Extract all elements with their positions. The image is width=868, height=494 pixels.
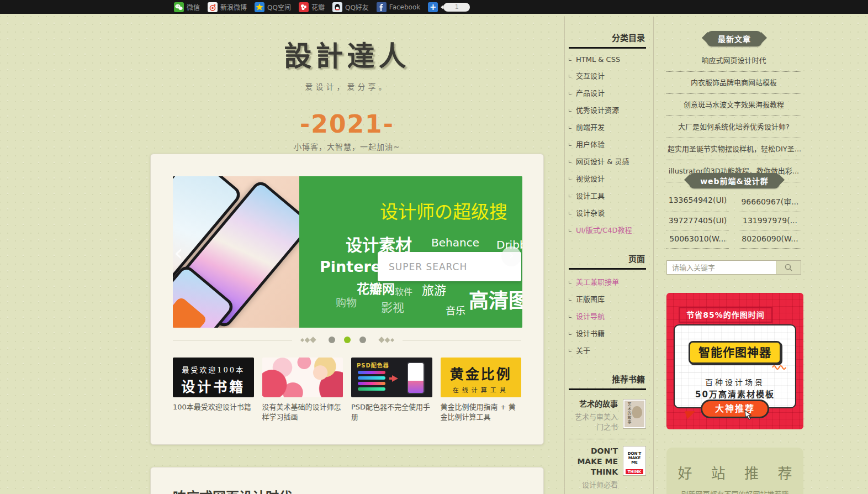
carousel-dot-3[interactable] [359,337,366,343]
arrow-bullet-icon [569,143,571,146]
page-item-highlight[interactable]: 设计导航 [569,307,646,324]
book-title[interactable]: 艺术的故事 [569,399,618,409]
divider-ornament [379,338,394,342]
article-link[interactable]: 超实用圣诞节实物摆设样机，轻松DIY圣... [666,138,801,160]
arrow-graphic [392,375,398,382]
carousel-dot-1[interactable] [329,337,335,343]
article-link[interactable]: 大厂是如何系统化培养优秀设计师? [666,116,801,138]
arrow-bullet-icon [569,92,571,94]
site-title[interactable]: 設計達人 [150,34,544,73]
category-item[interactable]: 前端开发 [569,118,646,135]
card-illustration: 没有美术基础的设计师怎样学习插画 [262,358,343,422]
card-cover[interactable]: PSD配色器 [351,358,432,397]
share-weibo[interactable]: 新浪微博 [208,2,247,12]
gradient-bar [358,387,385,391]
cover-title-line1: 黄金比例 [441,363,522,383]
paper-plane-decor [685,408,697,419]
year-banner-subtitle: 小博客，大智慧，一起加油~ [150,141,544,152]
share-huaban[interactable]: 花瓣 [299,2,325,12]
site-tagline: 爱设计，爱分享。 [150,81,544,92]
card-caption[interactable]: 黄金比例使用指南 + 黄金比例计算工具 [441,402,522,422]
arrow-bullet-icon [569,332,571,335]
qzone-icon [255,2,264,12]
category-item[interactable]: 视觉设计 [569,170,646,187]
arrow-bullet-icon [569,349,571,352]
slide-search-input[interactable] [378,252,521,281]
qq-group-link[interactable]: 80206090(W... [739,230,801,249]
page-item-highlight[interactable]: 美工兼职接单 [569,273,646,290]
books-list: 艺术的故事 艺术与审美入门之书 艺术的故事 DON'T MAKE ME THIN… [569,392,646,494]
ad-cta-button[interactable]: 大神推荐 [701,400,769,418]
carousel-next-button[interactable]: › [501,246,521,266]
share-label: 微信 [187,2,200,12]
book-title[interactable]: DON'T MAKE ME THINK [569,446,618,477]
category-item[interactable]: 产品设计 [569,84,646,101]
book-item[interactable]: 艺术的故事 艺术与审美入门之书 艺术的故事 [569,392,646,439]
category-item-highlight[interactable]: UI/版式/C4D教程 [569,221,646,238]
category-item[interactable]: 设计工具 [569,187,646,204]
categories-title: 分类目录 [569,31,646,49]
gradient-bar [358,382,385,385]
qq-group-link[interactable]: 96660967(审... [739,192,801,212]
ad-banner[interactable]: 节省85%的作图时间 智能作图神器 百种设计场景 50万高清素材模板 大神推荐 [666,293,803,429]
page-item[interactable]: 设计书籍 [569,324,646,341]
search-button[interactable] [776,261,801,274]
article-link[interactable]: 创意斑马水波文字效果海报教程 [666,94,801,116]
qq-groups-header: web前端&设计群 [660,173,809,188]
weibo-icon [208,2,218,12]
category-item[interactable]: 交互设计 [569,67,646,84]
share-qzone[interactable]: QQ空间 [255,2,291,12]
search-input[interactable] [667,261,776,274]
site-recommend-card[interactable]: 好 站 推 荐 刷新网页都有不同的好网站推荐哦 [666,448,803,494]
article-panel: 响应式网页设计时代 [150,467,544,494]
card-caption[interactable]: 100本最受欢迎设计书籍 [173,402,254,412]
arrow-bullet-icon [569,160,571,163]
book-cover[interactable]: 艺术的故事 [623,399,646,429]
site-recommend-subtitle: 刷新网页都有不同的好网站推荐哦 [666,488,803,494]
share-label: QQ好友 [345,2,369,12]
column-divider [653,17,654,494]
page-item[interactable]: 正版图库 [569,290,646,307]
slide-tag: 购物 [336,295,357,309]
arrow-bullet-icon [569,298,571,301]
qq-group-link[interactable]: 131997979(... [739,212,801,230]
pages-title: 页面 [569,253,646,270]
card-psd-color: PSD配色器 PSD配色器不完全使用手册 [351,358,432,422]
card-cover[interactable]: 最受欢迎100本 设计书籍 [173,358,254,397]
book-cover[interactable]: DON'T MAKE METHINK [623,446,646,476]
year-banner: -2021- [150,110,544,138]
wechat-icon [174,2,184,12]
column-divider [564,17,565,494]
card-caption[interactable]: PSD配色器不完全使用手册 [351,402,432,422]
card-cover-illustration[interactable] [262,358,343,397]
share-facebook[interactable]: Facebook [377,2,420,12]
share-qqfriend[interactable]: QQ好友 [332,2,369,12]
category-item[interactable]: HTML & CSS [569,52,646,67]
qq-group-link[interactable]: 397277405(UI) [666,212,729,230]
page-item[interactable]: 关于 [569,341,646,359]
cover-title-line2: 设计书籍 [173,376,254,396]
qq-group-link[interactable]: 50063010(W... [666,230,729,249]
facebook-icon [377,2,387,12]
article-title[interactable]: 响应式网页设计时代 [173,486,292,494]
share-wechat[interactable]: 微信 [174,2,200,12]
slide-graphic[interactable]: 设计师の超级搜 设计素材 Behance Dribb Pinterest 花瓣网… [299,176,522,328]
category-item[interactable]: 网页设计 & 灵感 [569,153,646,170]
category-item[interactable]: 用户体验 [569,135,646,153]
card-caption[interactable]: 没有美术基础的设计师怎样学习插画 [262,402,343,422]
ad-line2: 50万高清素材模板 [675,388,795,400]
article-link[interactable]: 内衣服饰品牌电商网站模板 [666,72,801,94]
carousel-prev-button[interactable]: ‹ [174,241,183,265]
category-item[interactable]: 优秀设计资源 [569,101,646,118]
slide-tag: 软件 [395,285,412,298]
qq-group-link[interactable]: 133654942(UI) [666,192,729,212]
article-link[interactable]: 响应式网页设计时代 [666,50,801,72]
carousel-dot-2-active[interactable] [344,337,351,343]
add-share-button[interactable]: + [428,2,438,12]
site-header: 設計達人 爱设计，爱分享。 -2021- 小博客，大智慧，一起加油~ [150,14,544,152]
category-item[interactable]: 设计杂谈 [569,204,646,221]
slide-phones-image[interactable] [173,176,299,328]
card-cover[interactable]: 黄金比例 在线计算工具 [441,358,522,397]
book-item[interactable]: DON'T MAKE ME THINK 设计师必看 DON'T MAKE MET… [569,439,646,494]
arrow-bullet-icon [569,75,571,77]
